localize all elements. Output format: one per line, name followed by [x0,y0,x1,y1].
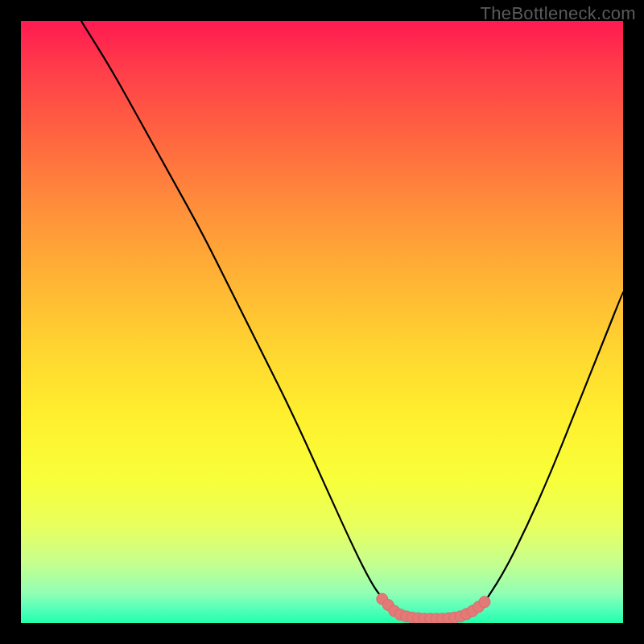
gradient-plot-area [21,21,623,623]
outer-frame: TheBottleneck.com [0,0,644,644]
marker-cluster [377,593,490,623]
watermark-text: TheBottleneck.com [481,3,636,24]
curve-svg [21,21,623,623]
marker-dot [479,597,490,608]
bottleneck-curve [81,21,623,620]
